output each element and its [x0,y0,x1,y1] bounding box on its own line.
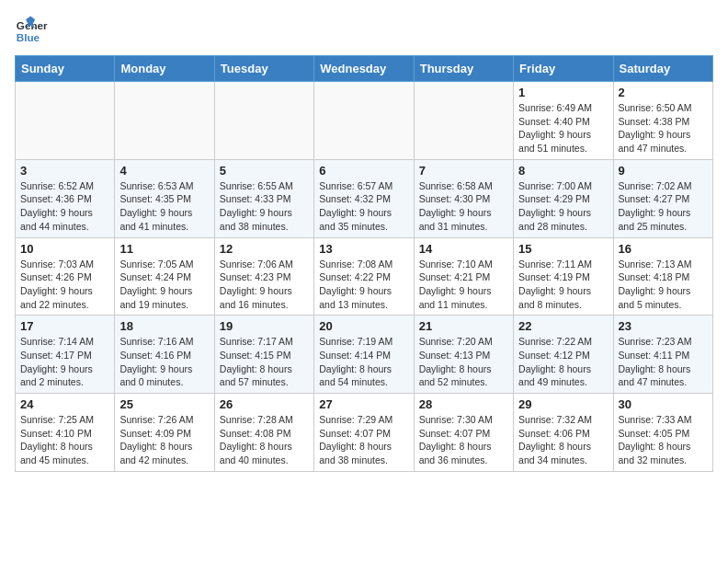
weekday-header-cell: Saturday [613,56,712,82]
svg-text:Blue: Blue [17,31,40,43]
calendar-cell: 1Sunrise: 6:49 AM Sunset: 4:40 PM Daylig… [514,82,613,160]
calendar-cell: 27Sunrise: 7:29 AM Sunset: 4:07 PM Dayli… [314,394,414,472]
calendar-cell: 26Sunrise: 7:28 AM Sunset: 4:08 PM Dayli… [214,394,313,472]
calendar-cell: 4Sunrise: 6:53 AM Sunset: 4:35 PM Daylig… [115,159,214,237]
weekday-header-cell: Thursday [414,56,513,82]
calendar-cell: 8Sunrise: 7:00 AM Sunset: 4:29 PM Daylig… [514,159,613,237]
day-number: 23 [619,319,708,333]
day-number: 22 [518,319,608,333]
day-detail: Sunrise: 7:25 AM Sunset: 4:10 PM Dayligh… [20,413,109,467]
day-number: 16 [619,242,708,256]
weekday-header-cell: Friday [514,56,613,82]
calendar-cell: 17Sunrise: 7:14 AM Sunset: 4:17 PM Dayli… [16,316,115,394]
weekday-header-cell: Sunday [16,56,115,82]
calendar-cell: 15Sunrise: 7:11 AM Sunset: 4:19 PM Dayli… [514,237,613,316]
day-number: 6 [319,164,408,178]
calendar-cell: 11Sunrise: 7:05 AM Sunset: 4:24 PM Dayli… [115,237,214,316]
day-detail: Sunrise: 7:02 AM Sunset: 4:27 PM Dayligh… [619,179,708,234]
day-detail: Sunrise: 7:26 AM Sunset: 4:09 PM Dayligh… [119,413,209,467]
day-detail: Sunrise: 7:33 AM Sunset: 4:05 PM Dayligh… [619,413,708,467]
day-number: 17 [20,319,109,333]
calendar-cell: 9Sunrise: 7:02 AM Sunset: 4:27 PM Daylig… [613,159,712,237]
calendar: SundayMondayTuesdayWednesdayThursdayFrid… [15,55,713,472]
calendar-cell [115,82,214,160]
day-number: 9 [619,164,708,178]
day-detail: Sunrise: 7:14 AM Sunset: 4:17 PM Dayligh… [20,335,109,389]
calendar-cell: 30Sunrise: 7:33 AM Sunset: 4:05 PM Dayli… [613,394,712,472]
day-number: 12 [220,242,309,256]
day-detail: Sunrise: 7:19 AM Sunset: 4:14 PM Dayligh… [319,335,408,389]
calendar-cell [414,82,513,160]
day-number: 27 [319,397,408,411]
day-number: 20 [319,319,408,333]
day-number: 8 [518,164,608,178]
calendar-cell: 5Sunrise: 6:55 AM Sunset: 4:33 PM Daylig… [214,159,313,237]
day-detail: Sunrise: 6:53 AM Sunset: 4:35 PM Dayligh… [119,179,209,234]
day-number: 28 [419,397,508,411]
day-detail: Sunrise: 7:06 AM Sunset: 4:23 PM Dayligh… [220,258,309,312]
day-detail: Sunrise: 7:11 AM Sunset: 4:19 PM Dayligh… [518,258,608,312]
day-number: 7 [419,164,508,178]
day-number: 10 [20,242,109,256]
weekday-header-cell: Monday [115,56,214,82]
calendar-cell: 20Sunrise: 7:19 AM Sunset: 4:14 PM Dayli… [314,316,414,394]
calendar-cell: 6Sunrise: 6:57 AM Sunset: 4:32 PM Daylig… [314,159,414,237]
calendar-cell: 14Sunrise: 7:10 AM Sunset: 4:21 PM Dayli… [414,237,513,316]
day-number: 3 [20,164,109,178]
day-number: 18 [119,319,209,333]
header: General Blue [15,15,713,48]
day-detail: Sunrise: 7:32 AM Sunset: 4:06 PM Dayligh… [518,413,608,467]
day-detail: Sunrise: 7:08 AM Sunset: 4:22 PM Dayligh… [319,258,408,312]
day-detail: Sunrise: 6:55 AM Sunset: 4:33 PM Dayligh… [220,179,309,234]
day-detail: Sunrise: 7:28 AM Sunset: 4:08 PM Dayligh… [220,413,309,467]
day-number: 19 [220,319,309,333]
calendar-cell: 2Sunrise: 6:50 AM Sunset: 4:38 PM Daylig… [613,82,712,160]
weekday-header-cell: Wednesday [314,56,414,82]
day-detail: Sunrise: 7:22 AM Sunset: 4:12 PM Dayligh… [518,335,608,389]
day-number: 21 [419,319,508,333]
day-number: 25 [119,397,209,411]
calendar-cell: 24Sunrise: 7:25 AM Sunset: 4:10 PM Dayli… [16,394,115,472]
calendar-cell: 21Sunrise: 7:20 AM Sunset: 4:13 PM Dayli… [414,316,513,394]
day-number: 29 [518,397,608,411]
day-detail: Sunrise: 7:00 AM Sunset: 4:29 PM Dayligh… [518,179,608,234]
calendar-cell: 25Sunrise: 7:26 AM Sunset: 4:09 PM Dayli… [115,394,214,472]
calendar-cell: 10Sunrise: 7:03 AM Sunset: 4:26 PM Dayli… [16,237,115,316]
calendar-cell [214,82,313,160]
day-number: 26 [220,397,309,411]
day-detail: Sunrise: 7:10 AM Sunset: 4:21 PM Dayligh… [419,258,508,312]
weekday-header-cell: Tuesday [214,56,313,82]
day-number: 1 [518,86,608,99]
calendar-cell: 16Sunrise: 7:13 AM Sunset: 4:18 PM Dayli… [613,237,712,316]
day-detail: Sunrise: 7:30 AM Sunset: 4:07 PM Dayligh… [419,413,508,467]
day-detail: Sunrise: 7:16 AM Sunset: 4:16 PM Dayligh… [119,335,209,389]
day-detail: Sunrise: 7:17 AM Sunset: 4:15 PM Dayligh… [220,335,309,389]
day-detail: Sunrise: 7:05 AM Sunset: 4:24 PM Dayligh… [119,258,209,312]
day-detail: Sunrise: 7:13 AM Sunset: 4:18 PM Dayligh… [619,258,708,312]
calendar-cell: 7Sunrise: 6:58 AM Sunset: 4:30 PM Daylig… [414,159,513,237]
day-detail: Sunrise: 7:29 AM Sunset: 4:07 PM Dayligh… [319,413,408,467]
calendar-cell [314,82,414,160]
day-detail: Sunrise: 6:58 AM Sunset: 4:30 PM Dayligh… [419,179,508,234]
calendar-cell: 28Sunrise: 7:30 AM Sunset: 4:07 PM Dayli… [414,394,513,472]
logo-icon: General Blue [15,15,48,48]
calendar-cell: 18Sunrise: 7:16 AM Sunset: 4:16 PM Dayli… [115,316,214,394]
day-detail: Sunrise: 7:23 AM Sunset: 4:11 PM Dayligh… [619,335,708,389]
day-number: 24 [20,397,109,411]
day-number: 11 [119,242,209,256]
day-number: 13 [319,242,408,256]
calendar-week-row: 17Sunrise: 7:14 AM Sunset: 4:17 PM Dayli… [16,316,713,394]
calendar-cell: 22Sunrise: 7:22 AM Sunset: 4:12 PM Dayli… [514,316,613,394]
calendar-body: 1Sunrise: 6:49 AM Sunset: 4:40 PM Daylig… [16,82,713,472]
calendar-week-row: 1Sunrise: 6:49 AM Sunset: 4:40 PM Daylig… [16,82,713,160]
weekday-header-row: SundayMondayTuesdayWednesdayThursdayFrid… [16,56,713,82]
calendar-week-row: 3Sunrise: 6:52 AM Sunset: 4:36 PM Daylig… [16,159,713,237]
day-number: 4 [119,164,209,178]
day-number: 14 [419,242,508,256]
day-number: 2 [619,86,708,99]
day-detail: Sunrise: 7:03 AM Sunset: 4:26 PM Dayligh… [20,258,109,312]
day-number: 5 [220,164,309,178]
calendar-cell: 12Sunrise: 7:06 AM Sunset: 4:23 PM Dayli… [214,237,313,316]
day-detail: Sunrise: 6:50 AM Sunset: 4:38 PM Dayligh… [619,101,708,155]
day-detail: Sunrise: 6:52 AM Sunset: 4:36 PM Dayligh… [20,179,109,234]
